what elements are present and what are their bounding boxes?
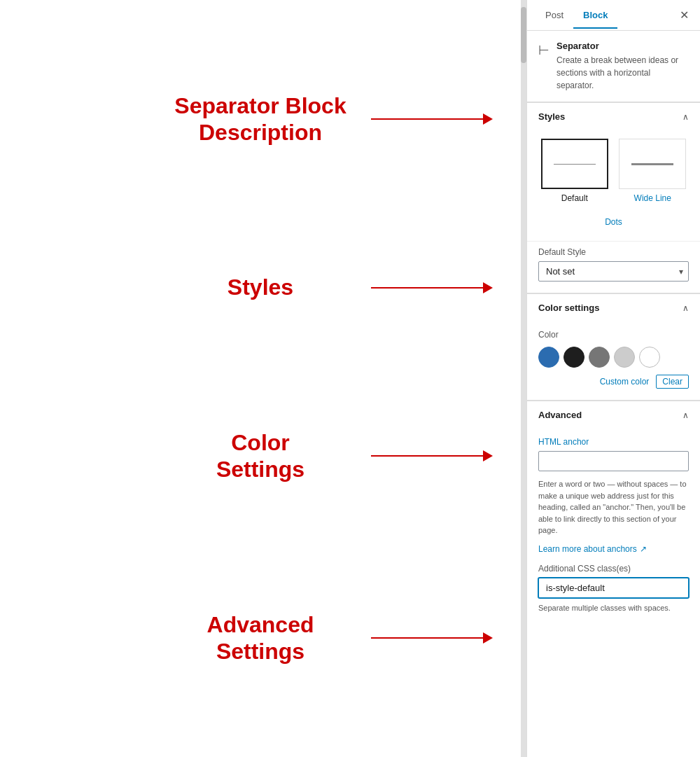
annotation-advanced-settings: Advanced Settings bbox=[14, 611, 507, 665]
styles-grid: Default Wide Line bbox=[538, 139, 689, 203]
styles-section-header[interactable]: Styles ∧ bbox=[527, 102, 700, 130]
separator-line-default bbox=[554, 164, 596, 165]
style-preview-wide-line bbox=[619, 139, 686, 189]
annotation-styles-text: Styles bbox=[227, 274, 293, 300]
arrow-head-advanced bbox=[483, 632, 493, 644]
annotation-color-settings: Color Settings bbox=[14, 429, 507, 483]
external-link-icon: ↗ bbox=[640, 544, 647, 554]
block-description: Create a break between ideas or sections… bbox=[556, 54, 689, 92]
color-actions: Custom color Clear bbox=[538, 375, 689, 389]
annotation-color-arrow bbox=[371, 450, 493, 461]
scrollbar-track[interactable] bbox=[521, 0, 526, 757]
color-swatch-dark[interactable] bbox=[564, 347, 584, 368]
default-style-select[interactable]: Not set Default Wide Line Dots bbox=[538, 261, 689, 282]
arrow-line-styles bbox=[371, 287, 483, 289]
css-class-hint: Separate multiple classes with spaces. bbox=[538, 604, 689, 612]
separator-line-wide bbox=[631, 163, 673, 165]
dots-label: Dots bbox=[605, 217, 622, 227]
annotation-advanced-arrow bbox=[371, 632, 493, 644]
html-anchor-label: HTML anchor bbox=[538, 437, 689, 447]
arrow-line-color bbox=[371, 455, 483, 457]
style-preview-default bbox=[541, 139, 608, 189]
color-swatches bbox=[538, 347, 689, 368]
style-option-default[interactable]: Default bbox=[538, 139, 611, 203]
advanced-chevron-icon: ∧ bbox=[682, 410, 689, 420]
tab-block[interactable]: Block bbox=[573, 3, 617, 29]
tab-post[interactable]: Post bbox=[536, 3, 573, 29]
arrow-line-advanced bbox=[371, 637, 483, 639]
panel-header: Post Block ✕ bbox=[527, 0, 700, 31]
default-style-select-wrapper: Not set Default Wide Line Dots bbox=[538, 261, 689, 282]
default-style-section: Default Style Not set Default Wide Line … bbox=[527, 242, 700, 293]
separator-block-icon: ⊢ bbox=[538, 43, 550, 58]
css-class-input[interactable] bbox=[538, 578, 689, 598]
annotation-separator-block: Separator Block Description bbox=[14, 92, 507, 146]
color-swatch-light-gray[interactable] bbox=[614, 347, 635, 368]
color-swatch-gray[interactable] bbox=[589, 347, 610, 368]
color-settings-section-header[interactable]: Color settings ∧ bbox=[527, 293, 700, 321]
scrollbar-thumb[interactable] bbox=[521, 7, 526, 63]
css-class-label: Additional CSS class(es) bbox=[538, 564, 689, 574]
style-option-dots[interactable]: Dots bbox=[538, 211, 689, 232]
panel-tabs: Post Block bbox=[536, 3, 617, 28]
annotation-color-text: Color Settings bbox=[216, 429, 304, 483]
color-label: Color bbox=[538, 330, 689, 340]
style-option-wide-line[interactable]: Wide Line bbox=[617, 139, 690, 203]
learn-more-link[interactable]: Learn more about anchors ↗ bbox=[538, 544, 647, 554]
anchor-description: Enter a word or two — without spaces — t… bbox=[538, 478, 689, 536]
annotation-separator-block-text: Separator Block Description bbox=[174, 92, 346, 146]
color-swatch-teal[interactable] bbox=[538, 347, 559, 368]
advanced-section: HTML anchor Enter a word or two — withou… bbox=[527, 429, 700, 623]
arrow-head bbox=[483, 113, 493, 125]
clear-color-button[interactable]: Clear bbox=[656, 375, 689, 389]
styles-section: Default Wide Line Dots bbox=[527, 130, 700, 242]
style-label-wide-line: Wide Line bbox=[634, 193, 671, 203]
block-info-text: Separator Create a break between ideas o… bbox=[556, 41, 689, 92]
color-swatch-white[interactable] bbox=[639, 347, 660, 368]
color-settings-chevron-icon: ∧ bbox=[682, 303, 689, 313]
styles-chevron-icon: ∧ bbox=[682, 112, 689, 122]
block-info: ⊢ Separator Create a break between ideas… bbox=[527, 31, 700, 102]
annotation-advanced-text: Advanced Settings bbox=[207, 611, 314, 665]
right-panel: Post Block ✕ ⊢ Separator Create a break … bbox=[526, 0, 700, 757]
default-style-label: Default Style bbox=[538, 247, 689, 257]
advanced-section-header[interactable]: Advanced ∧ bbox=[527, 401, 700, 429]
annotation-styles: Styles bbox=[14, 274, 507, 300]
html-anchor-input[interactable] bbox=[538, 451, 689, 471]
color-settings-title: Color settings bbox=[538, 303, 599, 313]
arrow-head-styles bbox=[483, 282, 493, 293]
color-settings-section: Color Custom color Clear bbox=[527, 321, 700, 401]
custom-color-button[interactable]: Custom color bbox=[600, 377, 650, 387]
advanced-title: Advanced bbox=[538, 410, 582, 420]
main-content: Separator Block Description Styles Color… bbox=[0, 0, 521, 757]
annotation-styles-arrow bbox=[371, 282, 493, 293]
annotation-separator-block-arrow bbox=[371, 113, 493, 125]
styles-section-title: Styles bbox=[538, 111, 565, 122]
close-button[interactable]: ✕ bbox=[677, 6, 692, 25]
block-title: Separator bbox=[556, 41, 689, 51]
arrow-head-color bbox=[483, 450, 493, 461]
style-label-default: Default bbox=[561, 193, 588, 203]
arrow-line bbox=[371, 118, 483, 120]
